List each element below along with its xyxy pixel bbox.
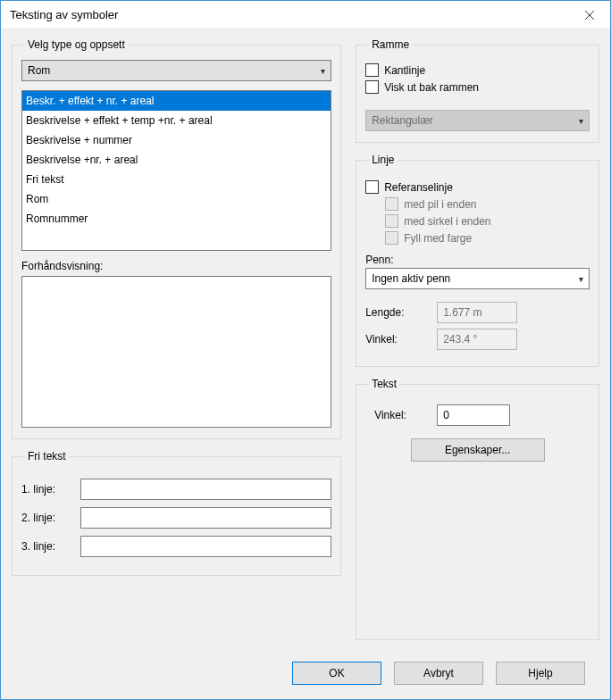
titlebar: Teksting av symboler (1, 1, 610, 29)
egenskaper-button[interactable]: Egenskaper... (411, 438, 545, 462)
tekst-vinkel-field[interactable]: 0 (437, 404, 510, 426)
close-icon (584, 10, 595, 21)
ramme-group-label: Ramme (369, 38, 412, 51)
checkbox-icon (385, 214, 398, 228)
penn-combo-value: Ingen aktiv penn (372, 272, 450, 285)
linje-vinkel-field: 243.4 ° (437, 329, 517, 350)
ref-label: Referanselinje (384, 181, 453, 194)
list-item[interactable]: Romnummer (22, 209, 331, 229)
sirkel-label: med sirkel i enden (404, 215, 490, 228)
penn-label: Penn: (365, 254, 590, 266)
chevron-down-icon: ▾ (321, 66, 325, 76)
list-item[interactable]: Beskrivelse +nr. + areal (22, 150, 331, 170)
left-column: Velg type og oppsett Rom ▾ Beskr. + effe… (12, 38, 341, 651)
linje-group-label: Linje (369, 154, 397, 166)
checkbox-icon (385, 231, 398, 245)
dialog-window: Teksting av symboler Velg type og oppset… (0, 0, 611, 700)
close-button[interactable] (569, 1, 610, 29)
list-item[interactable]: Beskrivelse + nummer (22, 130, 331, 150)
list-item[interactable]: Beskrivelse + effekt + temp +nr. + areal (22, 111, 331, 130)
list-item[interactable]: Rom (22, 189, 331, 209)
ok-button[interactable]: OK (292, 662, 381, 685)
type-combo[interactable]: Rom ▾ (21, 60, 331, 81)
help-button[interactable]: Hjelp (496, 662, 585, 685)
checkbox-icon (365, 180, 379, 194)
type-group-label: Velg type og oppsett (25, 38, 128, 51)
layout-listbox[interactable]: Beskr. + effekt + nr. + areal Beskrivels… (21, 90, 331, 251)
line1-label: 1. linje: (21, 483, 71, 496)
linje-vinkel-label: Vinkel: (365, 333, 428, 346)
ref-checkbox[interactable]: Referanselinje (365, 180, 590, 194)
checkbox-icon (385, 197, 398, 211)
fyll-label: Fyll med farge (404, 232, 472, 245)
lengde-field: 1.677 m (437, 302, 517, 323)
tekst-vinkel-label: Vinkel: (374, 409, 428, 421)
checkbox-icon (365, 80, 379, 94)
line3-label: 3. linje: (21, 540, 71, 553)
lengde-label: Lengde: (365, 306, 428, 319)
preview-area (21, 276, 331, 428)
right-column: Ramme Kantlinje Visk ut bak rammen Rekta… (356, 38, 599, 651)
kantlinje-checkbox[interactable]: Kantlinje (365, 63, 590, 77)
fyll-checkbox: Fyll med farge (385, 231, 590, 245)
list-item[interactable]: Fri tekst (22, 170, 331, 189)
pil-checkbox: med pil i enden (385, 197, 590, 211)
viskut-label: Visk ut bak rammen (384, 81, 479, 94)
line2-label: 2. linje: (21, 512, 71, 524)
type-combo-value: Rom (28, 64, 50, 77)
window-title: Teksting av symboler (10, 8, 118, 21)
cancel-button[interactable]: Avbryt (394, 662, 483, 685)
fritext-group-label: Fri tekst (25, 450, 69, 462)
linje-group: Linje Referanselinje med pil i enden med… (356, 154, 599, 367)
viskut-checkbox[interactable]: Visk ut bak rammen (365, 80, 590, 94)
line2-input[interactable] (80, 507, 331, 529)
line1-input[interactable] (80, 479, 331, 500)
dialog-footer: OK Avbryt Hjelp (1, 656, 610, 699)
kantlinje-label: Kantlinje (384, 64, 425, 77)
chevron-down-icon: ▾ (579, 116, 583, 126)
dialog-body: Velg type og oppsett Rom ▾ Beskr. + effe… (1, 29, 610, 656)
penn-combo[interactable]: Ingen aktiv penn ▾ (365, 268, 590, 289)
list-item[interactable]: Beskr. + effekt + nr. + areal (22, 91, 331, 111)
sirkel-checkbox: med sirkel i enden (385, 214, 590, 228)
fritext-group: Fri tekst 1. linje: 2. linje: 3. linje: (12, 450, 341, 576)
shape-combo: Rektangulær ▾ (365, 110, 590, 131)
preview-label: Forhåndsvisning: (21, 260, 331, 272)
ramme-group: Ramme Kantlinje Visk ut bak rammen Rekta… (356, 38, 599, 143)
pil-label: med pil i enden (404, 198, 476, 211)
checkbox-icon (365, 63, 379, 77)
shape-combo-value: Rektangulær (372, 114, 433, 127)
tekst-group: Tekst Vinkel: 0 Egenskaper... (356, 378, 599, 640)
tekst-group-label: Tekst (369, 378, 399, 390)
line3-input[interactable] (80, 536, 331, 557)
type-group: Velg type og oppsett Rom ▾ Beskr. + effe… (12, 38, 341, 439)
chevron-down-icon: ▾ (579, 274, 583, 284)
